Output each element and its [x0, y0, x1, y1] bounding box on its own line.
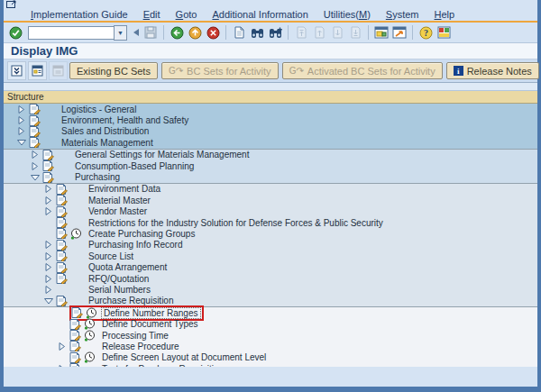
tree-row[interactable]: Define Document Types [4, 318, 537, 329]
window-menu-icon[interactable] [6, 0, 17, 8]
img-doc-icon[interactable] [56, 195, 68, 205]
find-next-icon[interactable] [267, 24, 283, 41]
tree-expand-triangle-icon[interactable] [44, 196, 52, 205]
tree-expand-slot[interactable] [58, 342, 69, 351]
exit-icon[interactable] [187, 24, 203, 41]
img-doc-icon[interactable] [29, 126, 41, 137]
img-doc-icon[interactable] [71, 307, 83, 318]
tree-activity-slot[interactable] [84, 330, 100, 342]
layout-icon[interactable] [436, 24, 452, 41]
menu-item-goto[interactable]: Goto [176, 9, 197, 20]
tree-item-label[interactable]: Purchase Requisition [87, 296, 176, 305]
tree-row[interactable]: Environment, Health and Safety [4, 114, 537, 125]
tree-expand-slot[interactable] [58, 365, 69, 367]
tree-doc-slot[interactable] [69, 363, 84, 367]
print-icon[interactable] [231, 24, 247, 41]
tree-doc-slot[interactable] [29, 115, 43, 126]
tree-item-label[interactable]: Restrictions for the Industry Solution f… [87, 218, 385, 228]
tree-doc-slot[interactable] [29, 104, 43, 114]
tree-expand-triangle-icon[interactable] [17, 116, 25, 124]
tree-item-label[interactable]: Materials Management [60, 138, 155, 148]
tree-doc-slot[interactable] [56, 195, 70, 205]
save-icon[interactable] [142, 24, 159, 41]
tree-doc-slot[interactable] [56, 184, 70, 195]
img-doc-icon[interactable] [29, 137, 41, 148]
tree-expand-slot[interactable] [17, 105, 29, 114]
menu-item-additional-information[interactable]: Additional Information [212, 9, 307, 20]
tree-item-label[interactable]: Define Screen Layout at Document Level [100, 352, 268, 362]
last-page-icon[interactable] [347, 24, 363, 41]
tree-row[interactable]: RFQ/Quotation [4, 273, 537, 284]
img-doc-icon[interactable] [69, 352, 81, 363]
tree-item-label[interactable]: General Settings for Materials Managemen… [73, 150, 251, 160]
tree-expand-slot[interactable] [17, 139, 29, 146]
tree-expand-triangle-icon[interactable] [17, 105, 25, 114]
img-doc-icon[interactable] [56, 262, 68, 273]
tree-doc-slot[interactable] [56, 296, 70, 306]
tree-row[interactable]: Materials Management [4, 137, 537, 148]
tree-expand-triangle-icon[interactable] [31, 162, 39, 170]
img-activity-clock-icon[interactable] [86, 307, 97, 319]
tree-item-label[interactable]: Define Number Ranges [102, 308, 200, 318]
tree-item-label[interactable]: Consumption-Based Planning [73, 161, 196, 171]
find-icon[interactable] [249, 24, 265, 41]
img-doc-icon[interactable] [42, 150, 54, 160]
tree-expand-triangle-icon[interactable] [58, 365, 66, 367]
tree-expand-slot[interactable] [44, 196, 56, 205]
img-doc-icon[interactable] [29, 104, 41, 114]
tree-doc-slot[interactable] [69, 352, 84, 363]
menu-item-help[interactable]: Help [435, 9, 455, 20]
tree-item-label[interactable]: RFQ/Quotation [87, 274, 151, 284]
back-icon[interactable] [169, 24, 185, 41]
menu-item-edit[interactable]: Edit [143, 9, 160, 20]
first-page-icon[interactable] [293, 24, 309, 41]
tree-doc-slot[interactable] [42, 172, 57, 183]
tree-expand-slot[interactable] [44, 185, 56, 193]
tree-item-label[interactable]: Purchasing Info Record [87, 240, 185, 250]
tree-activity-slot[interactable] [86, 307, 102, 319]
tree-expand-triangle-icon[interactable] [44, 263, 52, 271]
tree-row[interactable]: Create Purchasing Groups [4, 228, 537, 239]
new-session-icon[interactable] [373, 24, 390, 41]
tree-doc-slot[interactable] [69, 330, 84, 341]
tree-row[interactable]: General Settings for Materials Managemen… [4, 149, 537, 160]
help-icon[interactable]: ? [417, 24, 434, 41]
img-doc-icon[interactable] [69, 363, 81, 367]
tree-expand-triangle-icon[interactable] [17, 127, 25, 135]
tree-activity-slot[interactable] [84, 318, 100, 330]
tree-expand-triangle-icon[interactable] [44, 241, 52, 249]
tree-expand-slot[interactable] [44, 207, 56, 215]
tree-row[interactable]: Define Screen Layout at Document Level [4, 352, 537, 363]
tree-item-label[interactable]: Release Procedure [100, 342, 181, 351]
shortcut-icon[interactable] [391, 24, 408, 41]
tree-expand-triangle-icon[interactable] [44, 275, 52, 283]
tree-row[interactable]: Define Number Ranges [4, 306, 537, 318]
tree-item-label[interactable]: Environment Data [87, 184, 162, 194]
collapse-field-icon[interactable] [132, 24, 141, 41]
tree-doc-slot[interactable] [29, 126, 43, 137]
tree-collapse-triangle-icon[interactable] [44, 297, 53, 305]
tree-item-label[interactable]: Material Master [87, 196, 152, 205]
tree-doc-slot[interactable] [69, 319, 84, 330]
menu-item-implementation-guide[interactable]: Implementation Guide [31, 9, 128, 20]
command-field-dropdown-icon[interactable]: ▼ [114, 25, 127, 41]
tree-expand-triangle-icon[interactable] [44, 185, 52, 193]
tree-doc-slot[interactable] [56, 206, 70, 217]
img-doc-icon[interactable] [42, 160, 54, 171]
tree-row[interactable]: Release Procedure [4, 341, 537, 351]
release-notes-button[interactable]: iRelease Notes [446, 62, 539, 79]
img-activity-clock-icon[interactable] [70, 228, 82, 240]
img-doc-icon[interactable] [56, 296, 68, 306]
tree-doc-slot[interactable] [42, 150, 57, 160]
tree-expand-triangle-icon[interactable] [44, 286, 52, 294]
tree-expand-slot[interactable] [17, 127, 29, 135]
expand-collapse-icon[interactable] [7, 61, 26, 80]
tree-item-label[interactable]: Purchasing [73, 172, 122, 182]
tree-doc-slot[interactable] [56, 228, 70, 239]
tree-item-label[interactable]: Quota Arrangement [87, 262, 169, 272]
tree-expand-triangle-icon[interactable] [44, 252, 52, 260]
img-doc-icon[interactable] [69, 341, 81, 351]
tree-activity-slot[interactable] [84, 351, 100, 363]
tree-doc-slot[interactable] [29, 137, 43, 148]
tree-expand-triangle-icon[interactable] [58, 342, 66, 351]
